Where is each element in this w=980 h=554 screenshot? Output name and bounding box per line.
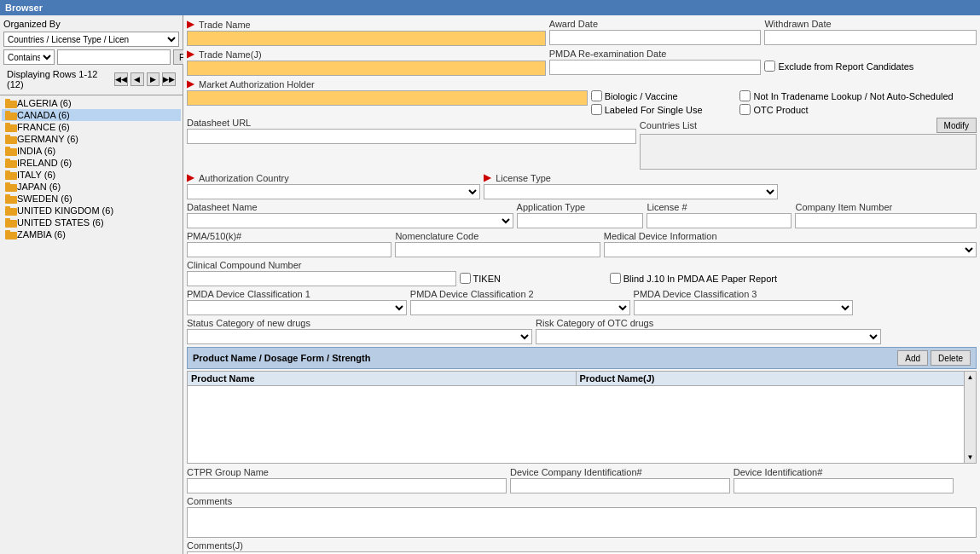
tree-item[interactable]: UNITED STATES (6)	[2, 216, 181, 228]
tree-item-label: FRANCE (6)	[17, 122, 70, 132]
tree-item[interactable]: SWEDEN (6)	[2, 193, 181, 205]
tree-item-label: CANADA (6)	[17, 110, 70, 120]
tree-item[interactable]: IRELAND (6)	[2, 157, 181, 169]
device-company-label: Device Company Identification#	[510, 467, 642, 477]
folder-icon	[5, 182, 17, 192]
award-date-input[interactable]: 00-MMM-0000	[549, 30, 762, 45]
countries-list-textarea[interactable]	[640, 134, 977, 170]
market-auth-input[interactable]	[187, 90, 588, 106]
svg-rect-15	[5, 182, 10, 185]
exclude-checkbox-label[interactable]: Exclude from Report Candidates	[764, 61, 977, 72]
blind-checkbox[interactable]	[610, 273, 621, 284]
license-num-label: License #	[647, 202, 687, 212]
labeled-checkbox-label[interactable]: Labeled For Single Use	[591, 104, 737, 115]
svg-rect-6	[5, 136, 17, 144]
pmda-reexam-input[interactable]	[549, 60, 762, 75]
status-category-select[interactable]	[187, 329, 532, 344]
company-item-input[interactable]	[795, 213, 977, 228]
product-table-scrollbar[interactable]: ▲ ▼	[965, 371, 977, 464]
filter-input[interactable]	[57, 49, 171, 65]
tree-item[interactable]: ALGERIA (6)	[2, 97, 181, 109]
tree-item-label: ITALY (6)	[17, 170, 55, 180]
tree-item-label: INDIA (6)	[17, 146, 55, 156]
nav-prev-button[interactable]: ◀	[130, 72, 143, 86]
exclude-label: Exclude from Report Candidates	[778, 61, 913, 72]
device-id-input[interactable]	[734, 478, 954, 493]
pmda-class3-select[interactable]	[634, 300, 854, 315]
trade-name-input[interactable]	[187, 31, 546, 46]
tree-item[interactable]: UNITED KINGDOM (6)	[2, 205, 181, 216]
tree-item[interactable]: JAPAN (6)	[2, 181, 181, 193]
not-in-tradename-checkbox[interactable]	[739, 90, 751, 101]
scroll-down-arrow[interactable]: ▼	[967, 453, 974, 461]
exclude-checkbox[interactable]	[764, 61, 775, 72]
trade-name-j-input[interactable]	[187, 61, 546, 76]
datasheet-url-input[interactable]	[187, 129, 636, 144]
device-company-input[interactable]	[510, 478, 730, 493]
application-type-input[interactable]	[517, 213, 644, 228]
title-bar: Browser	[0, 0, 980, 15]
datasheet-name-select[interactable]	[187, 213, 513, 228]
not-in-tradename-checkbox-label[interactable]: Not In Tradename Lookup / Not Auto-Sched…	[739, 90, 977, 101]
folder-icon	[5, 158, 17, 168]
auth-country-select[interactable]	[187, 184, 480, 199]
product-section-label: Product Name / Dosage Form / Strength	[193, 353, 370, 363]
pmda-class2-select[interactable]	[410, 300, 630, 315]
pmda-class1-select[interactable]	[187, 300, 407, 315]
svg-rect-14	[5, 184, 17, 192]
contains-select[interactable]: Contains	[3, 49, 55, 65]
folder-icon	[5, 170, 17, 180]
license-type-flag: ▶	[484, 172, 494, 183]
scroll-up-arrow[interactable]: ▲	[967, 373, 974, 381]
medical-device-select[interactable]	[604, 242, 977, 257]
tree-item[interactable]: FRANCE (6)	[2, 121, 181, 133]
sidebar-header: Organized By Countries / License Type / …	[0, 15, 183, 95]
clinical-compound-input[interactable]	[187, 271, 456, 286]
risk-category-select[interactable]	[536, 329, 881, 344]
otc-label: OTC Product	[753, 105, 808, 115]
nomenclature-input[interactable]	[395, 242, 600, 257]
withdrawn-date-input[interactable]: 00-MMM-0000	[764, 30, 977, 45]
folder-icon	[5, 217, 17, 228]
svg-rect-19	[5, 206, 10, 209]
license-type-select[interactable]	[484, 184, 777, 199]
modify-button[interactable]: Modify	[937, 118, 977, 133]
otc-checkbox-label[interactable]: OTC Product	[739, 104, 977, 115]
tree-item-label: IRELAND (6)	[17, 158, 72, 168]
tree-item[interactable]: ZAMBIA (6)	[2, 228, 181, 240]
svg-rect-12	[5, 172, 17, 180]
folder-icon	[5, 205, 17, 216]
svg-rect-8	[5, 148, 17, 156]
blind-label: Blind J.10 In PMDA AE Paper Report	[623, 274, 777, 284]
ctpr-input[interactable]	[187, 478, 507, 493]
nav-next-button[interactable]: ▶	[147, 72, 159, 86]
device-id-label: Device Identification#	[734, 467, 823, 477]
comments-textarea[interactable]	[187, 507, 977, 538]
tree-item[interactable]: CANADA (6)	[2, 109, 181, 121]
tiken-checkbox[interactable]	[460, 273, 471, 284]
biologic-checkbox-label[interactable]: Biologic / Vaccine	[591, 90, 737, 101]
nav-last-button[interactable]: ▶▶	[162, 72, 176, 86]
svg-rect-4	[5, 124, 17, 132]
folder-icon	[5, 134, 17, 144]
otc-checkbox[interactable]	[739, 104, 751, 115]
license-num-input[interactable]	[647, 213, 792, 228]
nav-first-button[interactable]: ◀◀	[114, 72, 128, 86]
organized-by-select[interactable]: Countries / License Type / Licen	[3, 32, 179, 47]
labeled-checkbox[interactable]	[591, 104, 602, 115]
tiken-checkbox-label[interactable]: TIKEN	[460, 273, 606, 284]
tree-item[interactable]: ITALY (6)	[2, 169, 181, 181]
add-button[interactable]: Add	[897, 350, 928, 366]
pma-input[interactable]	[187, 242, 391, 257]
tree-item[interactable]: INDIA (6)	[2, 145, 181, 157]
svg-rect-23	[5, 230, 10, 233]
tree-item[interactable]: GERMANY (6)	[2, 133, 181, 145]
biologic-checkbox[interactable]	[591, 90, 602, 101]
svg-rect-7	[5, 135, 10, 137]
svg-rect-3	[5, 111, 10, 113]
trade-name-j-label: Trade Name(J)	[199, 49, 262, 60]
folder-icon	[5, 122, 17, 132]
delete-button[interactable]: Delete	[931, 350, 971, 366]
blind-checkbox-label[interactable]: Blind J.10 In PMDA AE Paper Report	[610, 273, 977, 284]
trade-name-j-flag: ▶	[187, 49, 197, 60]
